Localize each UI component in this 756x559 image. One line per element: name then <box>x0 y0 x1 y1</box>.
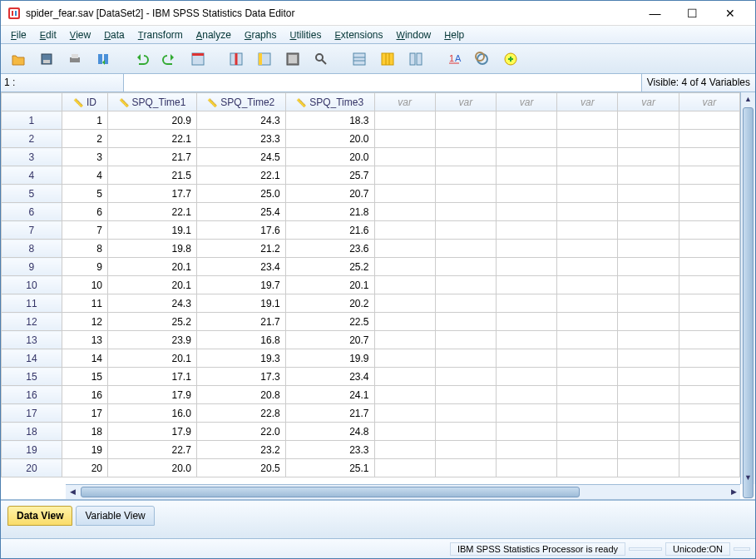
cell[interactable]: 16.8 <box>196 331 285 349</box>
cell[interactable]: 25.2 <box>108 313 197 331</box>
cell[interactable]: 13 <box>62 331 107 349</box>
empty-cell[interactable] <box>374 331 435 349</box>
empty-cell[interactable] <box>557 203 618 221</box>
empty-cell[interactable] <box>497 221 557 240</box>
close-button[interactable]: ✕ <box>711 2 749 25</box>
menu-edit[interactable]: Edit <box>33 27 63 42</box>
cell[interactable]: 19.1 <box>196 294 285 313</box>
empty-cell[interactable] <box>679 111 739 130</box>
empty-column[interactable]: var <box>618 93 679 111</box>
empty-cell[interactable] <box>435 423 496 441</box>
row-header[interactable]: 13 <box>2 331 62 349</box>
cell[interactable]: 20.2 <box>285 294 374 313</box>
row-header[interactable]: 16 <box>2 386 62 404</box>
tab-variable-view[interactable]: Variable View <box>76 506 154 526</box>
cell[interactable]: 23.4 <box>285 368 374 386</box>
empty-cell[interactable] <box>374 423 435 441</box>
row-header[interactable]: 15 <box>2 368 62 386</box>
empty-cell[interactable] <box>618 313 679 331</box>
scroll-down-icon[interactable]: ▼ <box>741 471 755 484</box>
empty-cell[interactable] <box>497 313 557 331</box>
cell[interactable]: 19 <box>62 441 107 459</box>
empty-cell[interactable] <box>557 368 618 386</box>
cell[interactable]: 25.7 <box>285 166 374 185</box>
row-header[interactable]: 4 <box>2 166 62 185</box>
empty-cell[interactable] <box>679 423 739 441</box>
cell[interactable]: 19.8 <box>108 240 197 258</box>
empty-cell[interactable] <box>557 276 618 294</box>
cell[interactable]: 2 <box>62 130 107 148</box>
column-header-SPQ_Time2[interactable]: 📏SPQ_Time2 <box>196 93 285 111</box>
row-header[interactable]: 11 <box>2 294 62 313</box>
cell[interactable]: 17.9 <box>108 423 197 441</box>
cell[interactable]: 24.8 <box>285 423 374 441</box>
cell[interactable]: 20.0 <box>285 130 374 148</box>
empty-cell[interactable] <box>497 423 557 441</box>
cell[interactable]: 21.7 <box>285 404 374 423</box>
cell[interactable]: 12 <box>62 313 107 331</box>
empty-column[interactable]: var <box>374 93 435 111</box>
cell[interactable]: 19.9 <box>285 349 374 368</box>
empty-column[interactable]: var <box>435 93 496 111</box>
empty-cell[interactable] <box>618 203 679 221</box>
empty-cell[interactable] <box>497 368 557 386</box>
empty-cell[interactable] <box>618 166 679 185</box>
empty-cell[interactable] <box>435 313 496 331</box>
menu-transform[interactable]: Transform <box>131 27 190 42</box>
cell[interactable]: 23.9 <box>108 331 197 349</box>
cell[interactable]: 20.0 <box>108 459 197 477</box>
empty-cell[interactable] <box>618 130 679 148</box>
cell[interactable]: 17.3 <box>196 368 285 386</box>
empty-cell[interactable] <box>557 221 618 240</box>
horizontal-scrollbar[interactable]: ◀ ▶ <box>66 484 740 499</box>
empty-column[interactable]: var <box>497 93 557 111</box>
empty-cell[interactable] <box>374 221 435 240</box>
empty-cell[interactable] <box>618 240 679 258</box>
row-header[interactable]: 5 <box>2 185 62 203</box>
scroll-left-icon[interactable]: ◀ <box>66 485 79 499</box>
open-button[interactable] <box>6 47 31 72</box>
empty-cell[interactable] <box>435 368 496 386</box>
empty-cell[interactable] <box>435 148 496 166</box>
menu-graphs[interactable]: Graphs <box>238 27 284 42</box>
empty-cell[interactable] <box>557 423 618 441</box>
empty-cell[interactable] <box>435 111 496 130</box>
cell[interactable]: 23.2 <box>196 441 285 459</box>
cell[interactable]: 18.3 <box>285 111 374 130</box>
cell[interactable]: 8 <box>62 240 107 258</box>
cell[interactable]: 7 <box>62 221 107 240</box>
cell[interactable]: 21.6 <box>285 221 374 240</box>
insert-var-button[interactable] <box>375 47 400 72</box>
empty-cell[interactable] <box>679 203 739 221</box>
empty-cell[interactable] <box>374 349 435 368</box>
empty-cell[interactable] <box>374 441 435 459</box>
row-header[interactable]: 9 <box>2 258 62 276</box>
empty-cell[interactable] <box>618 294 679 313</box>
empty-cell[interactable] <box>435 441 496 459</box>
empty-cell[interactable] <box>374 258 435 276</box>
empty-cell[interactable] <box>435 258 496 276</box>
empty-cell[interactable] <box>497 441 557 459</box>
empty-cell[interactable] <box>618 148 679 166</box>
empty-cell[interactable] <box>374 148 435 166</box>
cell[interactable]: 21.8 <box>285 203 374 221</box>
cell[interactable]: 24.3 <box>108 294 197 313</box>
vscroll-thumb[interactable] <box>743 107 754 498</box>
empty-cell[interactable] <box>497 185 557 203</box>
cell[interactable]: 9 <box>62 258 107 276</box>
cell[interactable]: 24.5 <box>196 148 285 166</box>
empty-cell[interactable] <box>557 459 618 477</box>
empty-cell[interactable] <box>435 404 496 423</box>
empty-cell[interactable] <box>497 148 557 166</box>
empty-cell[interactable] <box>497 240 557 258</box>
cell[interactable]: 19.3 <box>196 349 285 368</box>
undo-button[interactable] <box>129 47 154 72</box>
empty-cell[interactable] <box>435 276 496 294</box>
empty-cell[interactable] <box>618 185 679 203</box>
empty-cell[interactable] <box>618 386 679 404</box>
empty-cell[interactable] <box>679 240 739 258</box>
empty-cell[interactable] <box>679 276 739 294</box>
row-header[interactable]: 6 <box>2 203 62 221</box>
row-header[interactable]: 20 <box>2 459 62 477</box>
empty-cell[interactable] <box>557 441 618 459</box>
